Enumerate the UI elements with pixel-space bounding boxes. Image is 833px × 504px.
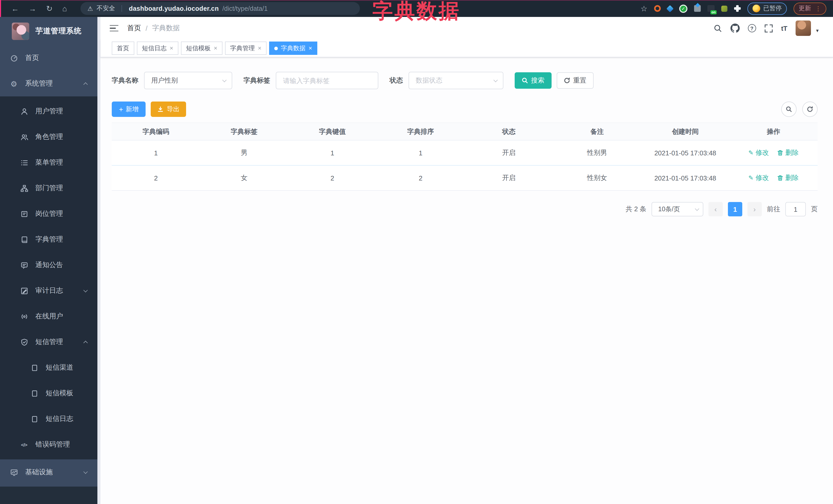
sidebar-item-audit-logs[interactable]: 审计日志 — [0, 278, 97, 304]
user-avatar[interactable] — [795, 21, 811, 36]
sidebar-item-menus[interactable]: 菜单管理 — [0, 150, 97, 175]
dict-tag-input[interactable] — [276, 72, 378, 89]
prev-page-button[interactable]: ‹ — [709, 202, 723, 216]
capture-border-top — [0, 0, 833, 1]
status-label: 状态 — [389, 76, 403, 85]
edit-link[interactable]: ✎ 修改 — [748, 173, 769, 183]
tab-sms-log[interactable]: 短信日志 × — [137, 42, 178, 55]
breadcrumb-separator: / — [146, 24, 148, 32]
help-icon[interactable]: ? — [748, 24, 756, 32]
tab-home[interactable]: 首页 — [112, 42, 134, 55]
reset-button[interactable]: 重置 — [557, 72, 594, 89]
browser-extension-sprout-icon[interactable] — [721, 5, 728, 11]
fullscreen-icon[interactable] — [764, 24, 773, 32]
chevron-up-icon — [84, 82, 88, 87]
shield-check-icon — [20, 338, 28, 346]
paused-label: 已暂停 — [763, 4, 782, 13]
export-button[interactable]: 导出 — [151, 101, 186, 117]
sidebar-item-roles[interactable]: 角色管理 — [0, 124, 97, 150]
sidebar-item-error-codes[interactable]: </> 错误码管理 — [0, 432, 97, 457]
sidebar-item-system[interactable]: ⚙ 系统管理 — [0, 71, 97, 96]
app-title: 芋道管理系统 — [35, 26, 81, 36]
next-page-button[interactable]: › — [747, 202, 762, 216]
edit-link[interactable]: ✎ 修改 — [748, 148, 769, 158]
refresh-table-icon[interactable] — [802, 101, 818, 117]
profile-paused-chip[interactable]: 已暂停 — [747, 2, 787, 15]
delete-link[interactable]: 删除 — [777, 173, 799, 183]
tab-dict-data[interactable]: 字典数据 × — [269, 42, 317, 55]
column-header: 字典排序 — [377, 127, 465, 136]
sidebar-item-sms-log[interactable]: 短信日志 — [0, 406, 97, 432]
reset-button-label: 重置 — [573, 76, 587, 85]
main-content: 字典名称 用户性别 字典标签 状态 数据状态 搜索 重置 — [100, 58, 833, 504]
forward-icon[interactable]: → — [29, 5, 37, 12]
browser-extension-check-icon[interactable]: ✓ — [679, 4, 687, 13]
badge-icon — [20, 210, 28, 218]
close-icon[interactable]: × — [258, 45, 261, 51]
browser-extension-sliders-icon[interactable] — [694, 5, 701, 12]
close-icon[interactable]: × — [170, 45, 173, 51]
app-logo-row[interactable]: 芋道管理系统 — [0, 17, 100, 45]
browser-extension-gem-icon[interactable] — [667, 6, 672, 11]
sidebar-item-notices[interactable]: 通知公告 — [0, 252, 97, 278]
sidebar-item-sms-template[interactable]: 短信模板 — [0, 380, 97, 406]
kebab-menu-icon[interactable]: ⋮ — [815, 5, 821, 11]
reload-icon[interactable]: ↻ — [46, 5, 52, 12]
home-icon[interactable]: ⌂ — [62, 5, 67, 12]
sidebar-item-online-users[interactable]: 在线用户 — [0, 304, 97, 329]
list-icon — [20, 159, 28, 166]
search-icon[interactable] — [713, 24, 722, 32]
edit-icon: ✎ — [748, 175, 754, 181]
tab-dict-manage[interactable]: 字典管理 × — [225, 42, 266, 55]
address-bar[interactable]: ⚠ 不安全 dashboard.yudao.iocoder.cn/dict/ty… — [80, 2, 360, 15]
page-size-select[interactable]: 10条/页 — [651, 202, 703, 216]
sidebar-scrollbar[interactable] — [97, 17, 100, 504]
sidebar-item-home[interactable]: 首页 — [0, 45, 97, 71]
github-icon[interactable] — [730, 24, 739, 33]
close-icon[interactable]: × — [214, 45, 217, 51]
update-button[interactable]: 更新 ⋮ — [793, 2, 826, 15]
add-button-label: 新增 — [125, 105, 138, 114]
sidebar-item-users[interactable]: 用户管理 — [0, 98, 97, 124]
delete-link[interactable]: 删除 — [777, 148, 799, 158]
add-button[interactable]: + 新增 — [112, 101, 146, 117]
status-placeholder: 数据状态 — [416, 76, 443, 85]
sidebar-item-label: 用户管理 — [35, 106, 63, 116]
status-select[interactable]: 数据状态 — [408, 72, 503, 89]
sidebar-item-label: 系统管理 — [25, 79, 53, 88]
sidebar-item-dicts[interactable]: 字典管理 — [0, 226, 97, 252]
close-icon[interactable]: × — [309, 45, 312, 51]
hamburger-icon[interactable] — [110, 25, 118, 31]
font-size-icon[interactable]: tT — [781, 24, 787, 32]
current-page-button[interactable]: 1 — [728, 202, 742, 216]
code-icon: </> — [20, 442, 28, 447]
back-icon[interactable]: ← — [11, 5, 19, 12]
browser-extension-ring-icon[interactable] — [654, 5, 661, 12]
avatar-caret-icon[interactable]: ▾ — [816, 27, 819, 33]
tab-sms-template[interactable]: 短信模板 × — [181, 42, 222, 55]
browser-chrome: ← → ↻ ⌂ ⚠ 不安全 dashboard.yudao.iocoder.cn… — [0, 0, 833, 17]
sidebar-item-sms[interactable]: 短信管理 — [0, 329, 97, 355]
dict-name-select[interactable]: 用户性别 — [144, 72, 232, 89]
cell-sort: 1 — [377, 149, 465, 157]
column-header: 备注 — [553, 127, 641, 136]
sidebar-item-label: 短信模板 — [46, 389, 73, 398]
search-button[interactable]: 搜索 — [515, 72, 552, 89]
bookmark-star-icon[interactable]: ☆ — [641, 4, 647, 13]
sidebar-item-posts[interactable]: 岗位管理 — [0, 201, 97, 226]
browser-extension-on-icon[interactable]: on — [708, 5, 715, 12]
breadcrumb-home[interactable]: 首页 — [127, 24, 141, 33]
table-toolbar: + 新增 导出 — [112, 101, 186, 117]
sidebar-bottom-strip — [0, 486, 97, 504]
security-label: 不安全 — [97, 4, 115, 13]
extensions-puzzle-icon[interactable] — [734, 5, 741, 12]
toggle-search-icon[interactable] — [781, 101, 796, 117]
app-square-icon — [30, 389, 39, 397]
sidebar-item-sms-channel[interactable]: 短信渠道 — [0, 355, 97, 380]
chat-bubble-icon — [20, 261, 28, 269]
sidebar-item-departments[interactable]: 部门管理 — [0, 175, 97, 201]
delete-label: 删除 — [785, 173, 799, 183]
chevron-down-icon — [222, 78, 227, 82]
goto-page-input[interactable] — [785, 202, 806, 216]
sidebar-item-infrastructure[interactable]: 基础设施 — [0, 459, 97, 485]
